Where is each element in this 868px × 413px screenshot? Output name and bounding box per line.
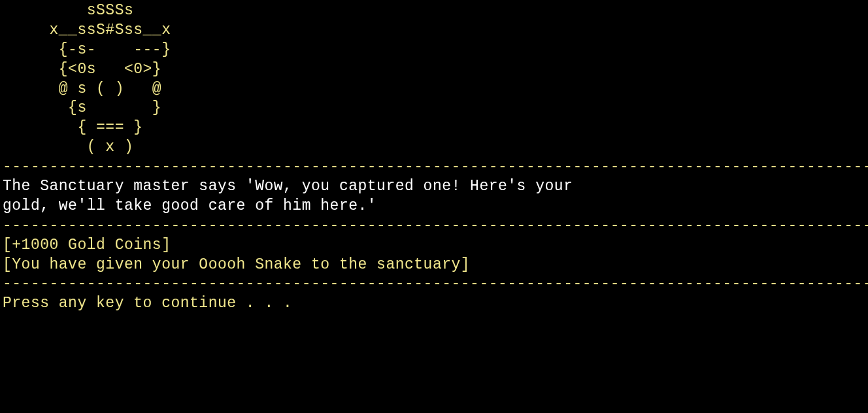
dialogue-line-1: The Sanctuary master says 'Wow, you capt… [3,178,573,195]
divider-1: ----------------------------------------… [3,158,868,175]
ascii-art-line-5: @ s ( ) @ [3,80,161,97]
ascii-art-line-8: ( x ) [3,139,133,156]
continue-prompt[interactable]: Press any key to continue . . . [3,295,292,312]
ascii-art-line-1: sSSSs [3,2,133,19]
ascii-art-line-2: x__ssS#Sss__x [3,22,171,39]
divider-3: ----------------------------------------… [3,275,868,292]
ascii-art-line-7: { === } [3,119,143,136]
status-action: [You have given your Ooooh Snake to the … [3,256,470,273]
ascii-art-line-6: {s } [3,99,161,116]
dialogue-line-2: gold, we'll take good care of him here.' [3,197,376,214]
divider-2: ----------------------------------------… [3,217,868,234]
ascii-art-line-4: {<0s <0>} [3,61,161,78]
status-gold: [+1000 Gold Coins] [3,237,171,254]
ascii-art-line-3: {-s- ---} [3,41,171,58]
